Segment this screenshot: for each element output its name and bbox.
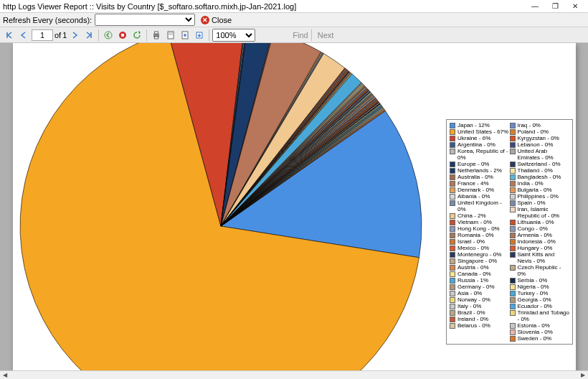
legend-item: India - 0% — [510, 180, 570, 187]
svg-point-0 — [105, 32, 112, 39]
legend-label: Singapore - 0% — [457, 258, 497, 264]
legend-label: Romania - 0% — [457, 232, 494, 238]
legend-swatch — [450, 233, 455, 238]
legend-swatch — [510, 200, 516, 206]
legend-swatch — [450, 278, 455, 284]
legend-item: China - 2% — [450, 212, 510, 219]
report-page: Japan - 12%United States - 67%Ukraine - … — [13, 43, 576, 370]
scroll-left-button[interactable]: ◀ — [0, 371, 10, 379]
legend-label: Italy - 0% — [457, 303, 481, 309]
window-close-button[interactable]: ✕ — [565, 0, 585, 12]
horizontal-scrollbar[interactable]: ◀ ▶ — [0, 370, 588, 379]
refresh-button[interactable] — [131, 29, 143, 42]
window-minimize-button[interactable]: — — [525, 0, 545, 12]
legend-item: Armenia - 0% — [510, 232, 570, 238]
prev-page-button[interactable] — [17, 29, 30, 42]
export-button[interactable] — [193, 29, 206, 42]
legend-item: Germany - 0% — [450, 284, 510, 290]
legend-label: Congo - 0% — [518, 225, 548, 232]
legend-swatch — [510, 329, 516, 335]
legend-label: Iran, Islamic Republic of - 0% — [518, 206, 570, 219]
last-page-button[interactable] — [82, 29, 95, 42]
legend-label: India - 0% — [518, 180, 544, 187]
legend-item: Canada - 0% — [450, 271, 510, 277]
print-layout-button[interactable] — [164, 29, 177, 42]
legend-swatch — [510, 149, 516, 154]
legend-item: Montenegro - 0% — [450, 251, 510, 258]
close-icon: ✕ — [201, 16, 209, 24]
legend-swatch — [510, 168, 516, 174]
legend-label: Nigeria - 0% — [518, 284, 549, 290]
legend-item: Australia - 0% — [450, 174, 510, 180]
stop-button[interactable] — [116, 29, 129, 42]
legend-swatch — [510, 304, 516, 309]
legend-swatch — [450, 252, 455, 258]
page-setup-button[interactable] — [179, 29, 191, 42]
legend-label: Iraq - 0% — [518, 122, 541, 128]
report-viewer-toolbar: of 1 100% Find Next — [0, 27, 588, 43]
legend-item: Singapore - 0% — [450, 258, 510, 264]
legend-swatch — [510, 207, 516, 212]
report-viewport[interactable]: Japan - 12%United States - 67%Ukraine - … — [0, 43, 588, 370]
legend-swatch — [510, 174, 516, 180]
scroll-right-button[interactable]: ▶ — [578, 371, 588, 379]
zoom-select[interactable]: 100% — [212, 29, 255, 42]
legend-label: Austria - 0% — [457, 264, 489, 271]
legend-item: Brazil - 0% — [450, 309, 510, 316]
legend-label: China - 2% — [457, 212, 486, 219]
legend-item: Lithuania - 0% — [510, 219, 570, 225]
legend-swatch — [510, 278, 516, 284]
legend-label: Philippines - 0% — [518, 193, 559, 200]
legend-item: Asia - 0% — [450, 290, 510, 296]
first-page-button[interactable] — [3, 29, 16, 42]
print-button[interactable] — [150, 29, 163, 42]
legend-label: Germany - 0% — [457, 284, 495, 290]
legend-swatch — [450, 220, 455, 225]
legend-item: Kyrgyzstan - 0% — [510, 135, 570, 141]
legend-swatch — [450, 271, 455, 277]
legend-label: Armenia - 0% — [518, 232, 552, 238]
back-button[interactable] — [102, 29, 115, 42]
legend-label: Canada - 0% — [457, 271, 491, 277]
legend-item: Serbia - 0% — [510, 277, 570, 284]
legend-item: Thailand - 0% — [510, 167, 570, 174]
find-label[interactable]: Find — [293, 31, 308, 39]
next-find-label[interactable]: Next — [318, 31, 334, 39]
refresh-interval-select[interactable] — [95, 14, 195, 26]
legend-swatch — [510, 220, 516, 225]
legend-label: Lithuania - 0% — [518, 219, 554, 225]
legend-label: Norway - 0% — [457, 296, 490, 303]
legend-item: Congo - 0% — [510, 225, 570, 232]
legend-label: Slovenia - 0% — [518, 329, 553, 335]
legend-item: Saint Kitts and Nevis - 0% — [510, 251, 570, 264]
legend-item: Europe - 0% — [450, 161, 510, 167]
legend-item: Hungary - 0% — [510, 245, 570, 251]
legend-swatch — [450, 323, 455, 329]
close-report-button[interactable]: ✕ Close — [198, 15, 234, 25]
legend-item: Spain - 0% — [510, 200, 570, 206]
legend-item: Japan - 12% — [450, 122, 510, 128]
legend-item: United States - 67% — [450, 128, 510, 135]
chart-legend: Japan - 12%United States - 67%Ukraine - … — [446, 119, 573, 345]
legend-item: Iran, Islamic Republic of - 0% — [510, 206, 570, 219]
legend-swatch — [510, 239, 516, 245]
page-number-input[interactable] — [32, 29, 53, 41]
legend-item: Norway - 0% — [450, 296, 510, 303]
legend-swatch — [510, 136, 516, 141]
scroll-track[interactable] — [10, 371, 578, 379]
legend-swatch — [510, 310, 516, 316]
window-maximize-button[interactable]: ❐ — [545, 0, 565, 12]
legend-swatch — [510, 226, 516, 232]
legend-label: Vietnam - 0% — [457, 219, 492, 225]
legend-item: Israel - 0% — [450, 238, 510, 245]
legend-item: Romania - 0% — [450, 232, 510, 238]
next-page-button[interactable] — [68, 29, 81, 42]
legend-swatch — [510, 252, 516, 258]
legend-swatch — [450, 265, 455, 271]
legend-swatch — [510, 123, 516, 128]
legend-label: United Kingdom - 0% — [457, 200, 510, 212]
legend-item: Turkey - 0% — [510, 290, 570, 296]
legend-item: Vietnam - 0% — [450, 219, 510, 225]
legend-item: Ireland - 0% — [450, 316, 510, 322]
legend-label: Europe - 0% — [457, 161, 489, 167]
